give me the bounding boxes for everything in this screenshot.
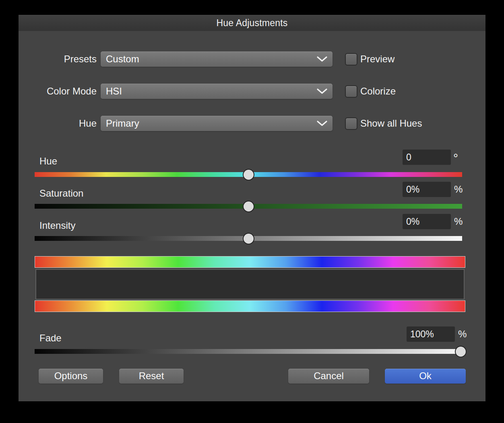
fade-slider-track[interactable] bbox=[35, 349, 462, 354]
saturation-slider-label: Saturation bbox=[39, 189, 83, 198]
dialog-title: Hue Adjustments bbox=[217, 18, 288, 28]
saturation-slider-thumb[interactable] bbox=[243, 201, 254, 212]
hue-select-value: Primary bbox=[106, 116, 139, 131]
options-button[interactable]: Options bbox=[39, 369, 103, 384]
hue-select[interactable]: Primary bbox=[101, 116, 333, 131]
intensity-value-input[interactable]: 0% bbox=[403, 214, 451, 229]
colorize-checkbox-label[interactable]: Colorize bbox=[360, 84, 396, 99]
cancel-button[interactable]: Cancel bbox=[288, 369, 369, 384]
intensity-slider-label: Intensity bbox=[39, 221, 75, 230]
ok-button[interactable]: Ok bbox=[385, 369, 466, 384]
chevron-down-icon bbox=[317, 121, 327, 126]
intensity-unit-label: % bbox=[454, 214, 472, 229]
presets-select-value: Custom bbox=[106, 51, 139, 67]
fade-slider-thumb[interactable] bbox=[455, 346, 467, 357]
show-all-hues-checkbox[interactable] bbox=[345, 117, 357, 130]
dialog-titlebar[interactable]: Hue Adjustments bbox=[19, 15, 485, 31]
intensity-slider-thumb[interactable] bbox=[243, 233, 254, 244]
reset-button[interactable]: Reset bbox=[119, 369, 184, 384]
presets-label: Presets bbox=[19, 51, 97, 67]
hue-range-top-spectrum-bar[interactable] bbox=[35, 256, 465, 268]
hue-slider-label: Hue bbox=[39, 156, 57, 166]
chevron-down-icon bbox=[317, 88, 327, 94]
color-mode-label: Color Mode bbox=[19, 84, 97, 99]
color-mode-select-value: HSI bbox=[106, 84, 122, 99]
preview-checkbox[interactable] bbox=[345, 53, 357, 66]
chevron-down-icon bbox=[317, 56, 327, 62]
show-all-hues-checkbox-label[interactable]: Show all Hues bbox=[360, 116, 422, 131]
fade-unit-label: % bbox=[458, 326, 476, 342]
hue-range-display bbox=[35, 269, 465, 300]
hue-slider-thumb[interactable] bbox=[243, 169, 254, 181]
colorize-checkbox[interactable] bbox=[345, 85, 357, 98]
saturation-unit-label: % bbox=[454, 182, 472, 197]
hue-value-input[interactable]: 0 bbox=[403, 150, 451, 165]
color-mode-select[interactable]: HSI bbox=[101, 84, 333, 99]
fade-slider-label: Fade bbox=[39, 333, 62, 343]
presets-select[interactable]: Custom bbox=[101, 51, 333, 67]
hue-adjustments-dialog: Hue Adjustments Presets Custom Preview C… bbox=[19, 15, 485, 401]
preview-checkbox-label[interactable]: Preview bbox=[360, 51, 395, 67]
saturation-value-input[interactable]: 0% bbox=[403, 182, 451, 197]
fade-value-input[interactable]: 100% bbox=[407, 326, 455, 342]
hue-unit-label: ° bbox=[453, 150, 471, 166]
hue-select-label: Hue bbox=[19, 116, 97, 131]
hue-range-bottom-spectrum-bar[interactable] bbox=[35, 300, 465, 312]
